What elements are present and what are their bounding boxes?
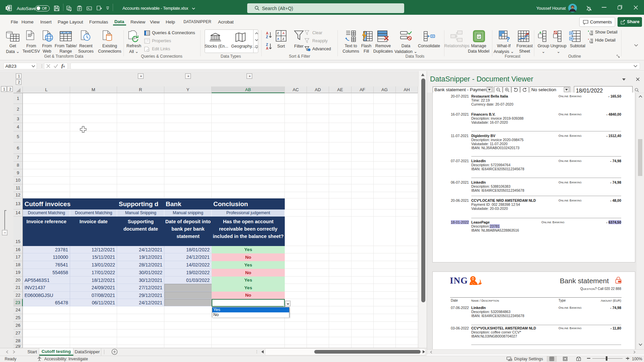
svg-text:iJ: iJ: [478, 35, 480, 39]
svg-text:A: A: [266, 32, 268, 35]
svg-text:Z: Z: [282, 37, 284, 41]
svg-text:Z: Z: [266, 35, 268, 39]
svg-text:Z: Z: [277, 32, 279, 35]
svg-text:A: A: [282, 32, 285, 35]
svg-text:A: A: [277, 37, 279, 41]
svg-text:X: X: [6, 6, 8, 10]
svg-text:?: ?: [506, 36, 510, 42]
